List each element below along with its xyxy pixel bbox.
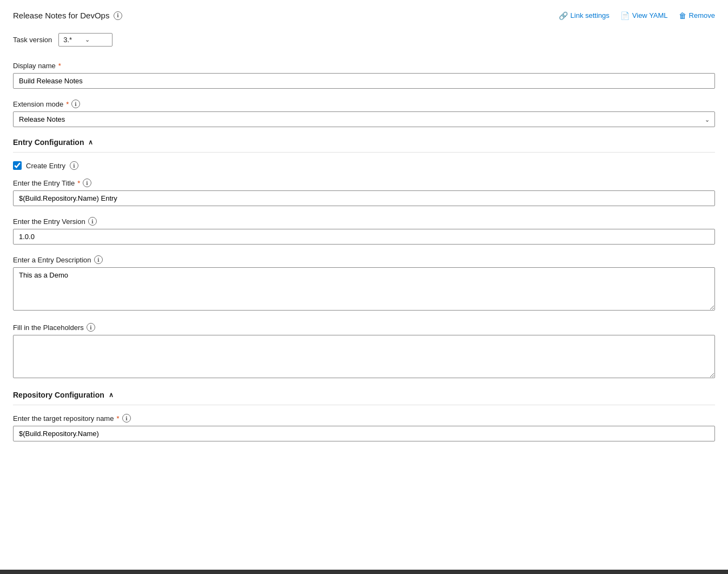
task-version-row: Task version 3.* ⌄ [13, 33, 715, 47]
remove-button[interactable]: 🗑 Remove [679, 11, 715, 20]
entry-version-section: Enter the Entry Version ℹ [13, 217, 715, 245]
page-title-info-icon[interactable]: ℹ [114, 11, 122, 20]
extension-mode-required: * [66, 100, 69, 108]
entry-description-section: Enter a Entry Description ℹ [13, 255, 715, 312]
top-bar-left: Release Notes for DevOps ℹ [13, 11, 122, 20]
entry-configuration-section: Entry Configuration ∧ Create Entry ℹ Ent… [13, 138, 715, 380]
create-entry-row: Create Entry ℹ [13, 161, 715, 170]
target-repo-info-icon[interactable]: ℹ [122, 414, 131, 423]
extension-mode-info-icon[interactable]: ℹ [71, 100, 80, 108]
entry-version-input[interactable] [13, 229, 715, 245]
repository-configuration-collapse-icon[interactable]: ∧ [109, 391, 114, 399]
entry-version-label: Enter the Entry Version ℹ [13, 217, 715, 226]
display-name-label: Display name * [13, 62, 715, 70]
fill-placeholders-textarea[interactable] [13, 335, 715, 378]
entry-configuration-title: Entry Configuration [13, 138, 84, 147]
view-yaml-button[interactable]: 📄 View YAML [620, 11, 668, 20]
task-version-chevron-icon: ⌄ [85, 36, 90, 43]
top-bar: Release Notes for DevOps ℹ 🔗 Link settin… [13, 11, 715, 20]
link-settings-label: Link settings [571, 11, 610, 19]
display-name-section: Display name * [13, 62, 715, 89]
extension-mode-label: Extension mode * ℹ [13, 100, 715, 108]
task-version-value: 3.* [63, 36, 72, 44]
repository-configuration-header: Repository Configuration ∧ [13, 391, 715, 405]
fill-placeholders-section: Fill in the Placeholders ℹ [13, 323, 715, 380]
display-name-required: * [58, 62, 61, 70]
top-bar-right: 🔗 Link settings 📄 View YAML 🗑 Remove [559, 11, 715, 20]
fill-placeholders-info-icon[interactable]: ℹ [87, 323, 95, 332]
entry-description-label: Enter a Entry Description ℹ [13, 255, 715, 264]
entry-configuration-collapse-icon[interactable]: ∧ [88, 138, 93, 146]
display-name-input[interactable] [13, 73, 715, 89]
create-entry-label: Create Entry [26, 162, 65, 170]
view-yaml-icon: 📄 [620, 11, 630, 20]
fill-placeholders-label: Fill in the Placeholders ℹ [13, 323, 715, 332]
entry-title-required: * [77, 179, 80, 187]
entry-configuration-header: Entry Configuration ∧ [13, 138, 715, 153]
repository-configuration-section: Repository Configuration ∧ Enter the tar… [13, 391, 715, 441]
link-settings-button[interactable]: 🔗 Link settings [559, 11, 610, 20]
view-yaml-label: View YAML [632, 11, 668, 19]
page-title: Release Notes for DevOps [13, 11, 109, 20]
remove-label: Remove [689, 11, 715, 19]
extension-mode-select-wrapper: Release Notes Wiki Markdown ⌄ [13, 111, 715, 127]
task-version-label: Task version [13, 36, 52, 44]
repository-configuration-title: Repository Configuration [13, 391, 104, 399]
task-version-select[interactable]: 3.* ⌄ [58, 33, 112, 47]
entry-title-section: Enter the Entry Title * ℹ [13, 179, 715, 206]
entry-title-info-icon[interactable]: ℹ [83, 179, 91, 187]
extension-mode-select[interactable]: Release Notes Wiki Markdown [13, 111, 715, 127]
entry-description-info-icon[interactable]: ℹ [94, 255, 103, 264]
extension-mode-section: Extension mode * ℹ Release Notes Wiki Ma… [13, 100, 715, 127]
bottom-bar [0, 570, 728, 574]
link-settings-icon: 🔗 [559, 11, 568, 20]
remove-icon: 🗑 [679, 11, 686, 20]
target-repo-section: Enter the target repository name * ℹ [13, 414, 715, 441]
create-entry-info-icon[interactable]: ℹ [70, 161, 78, 170]
entry-title-input[interactable] [13, 190, 715, 206]
target-repo-input[interactable] [13, 426, 715, 441]
entry-version-info-icon[interactable]: ℹ [88, 217, 97, 226]
create-entry-checkbox[interactable] [13, 161, 22, 170]
target-repo-required: * [116, 414, 119, 423]
entry-title-label: Enter the Entry Title * ℹ [13, 179, 715, 187]
entry-description-textarea[interactable] [13, 267, 715, 311]
target-repo-label: Enter the target repository name * ℹ [13, 414, 715, 423]
